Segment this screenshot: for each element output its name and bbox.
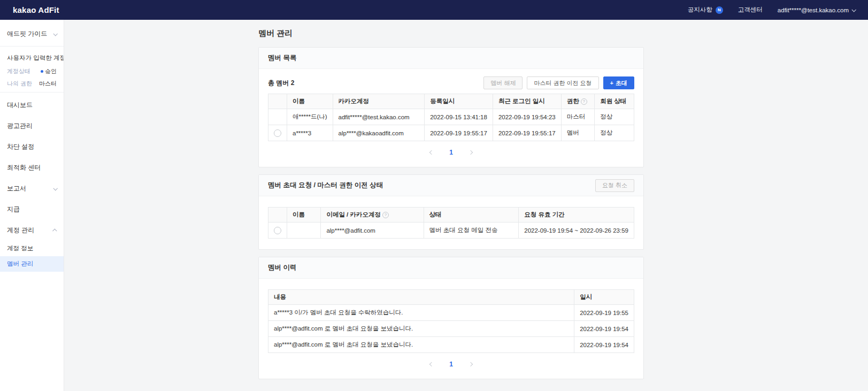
sidebar-item-ad-management[interactable]: 광고관리 (0, 116, 64, 136)
total-member-count: 총 멤버 2 (268, 79, 294, 88)
top-navbar: kakao AdFit 공지사항 N 고객센터 adfit*****@test.… (0, 0, 868, 20)
notice-link[interactable]: 공지사항 N (688, 6, 723, 14)
chevron-up-icon (52, 228, 57, 233)
invite-email: alp****@adfit.com (321, 223, 424, 239)
question-icon[interactable]: ? (581, 98, 587, 105)
datetime-column-header: 일시 (574, 290, 634, 305)
sidebar-item-adfit-guide[interactable]: 애드핏 가이드 (0, 24, 64, 44)
transfer-master-button[interactable]: 마스터 권한 이전 요청 (527, 76, 598, 89)
sidebar-item-payment[interactable]: 지급 (0, 199, 64, 220)
next-page-button[interactable] (467, 361, 474, 368)
invite-label: 초대 (616, 79, 627, 87)
status-column-header: 회원 상태 (595, 94, 634, 109)
account-name: 사용자가 입력한 계정 부가 ... (0, 49, 64, 65)
history-content: alp****@adfit.com 로 멤버 초대 요청을 보냈습니다. (268, 321, 574, 337)
member-role: 멤버 (561, 125, 594, 141)
member-status: 정상 (595, 125, 634, 141)
sidebar: 애드핏 가이드 사용자가 입력한 계정 부가 ... 계정상태 승인 나의 권한… (0, 20, 64, 391)
member-role: 마스터 (561, 109, 594, 125)
sidebar-item-reports[interactable]: 보고서 (0, 178, 64, 199)
sidebar-item-dashboard[interactable]: 대시보드 (0, 95, 64, 116)
member-kakao-account: alp****@kakaoadfit.com (333, 125, 425, 141)
select-column-header (268, 94, 287, 109)
member-history-title: 멤버 이력 (268, 263, 296, 272)
history-datetime: 2022-09-19 19:54 (574, 321, 634, 337)
chevron-down-icon (53, 32, 57, 36)
sidebar-item-account-management[interactable]: 계정 관리 (0, 220, 64, 241)
account-status-value: 승인 (45, 67, 57, 75)
history-row: alp****@adfit.com 로 멤버 초대 요청을 보냈습니다. 202… (268, 337, 634, 353)
member-list-card: 멤버 목록 총 멤버 2 멤버 해제 마스터 권한 이전 요청 + 초대 (258, 47, 644, 167)
sidebar-item-member-management[interactable]: 멤버 관리 (0, 256, 64, 272)
invite-name (287, 223, 321, 239)
invite-state: 멤버 초대 요청 메일 전송 (424, 223, 519, 239)
invite-button[interactable]: + 초대 (603, 76, 634, 89)
notice-label: 공지사항 (688, 6, 712, 14)
member-history-card: 멤버 이력 내용 일시 a*****3 이/가 멤버 초 (258, 257, 644, 379)
main-content: 멤버 관리 멤버 목록 총 멤버 2 멤버 해제 마스터 권한 이전 요청 + … (258, 20, 644, 391)
chevron-right-icon (468, 150, 473, 155)
row-radio-button[interactable] (274, 227, 281, 234)
last-login-column-header: 최근 로그인 일시 (493, 94, 561, 109)
prev-page-button[interactable] (428, 361, 435, 368)
history-content: alp****@adfit.com 로 멤버 초대 요청을 보냈습니다. (268, 337, 574, 353)
chevron-left-icon (429, 362, 434, 366)
help-center-link[interactable]: 고객센터 (738, 6, 763, 14)
member-row: a*****3 alp****@kakaoadfit.com 2022-09-1… (268, 125, 634, 141)
member-list-header-row: 이름 카카오계정 등록일시 최근 로그인 일시 권한? 회원 상태 (268, 94, 634, 109)
new-badge-icon: N (716, 6, 723, 14)
kakao-adfit-logo[interactable]: kakao AdFit (13, 5, 59, 14)
select-cell (268, 125, 287, 141)
history-header-row: 내용 일시 (268, 290, 634, 305)
member-registered-at: 2022-09-19 19:55:17 (425, 125, 493, 141)
invite-valid-period: 2022-09-19 19:54 ~ 2022-09-26 23:59 (519, 223, 634, 239)
cancel-request-button[interactable]: 요청 취소 (595, 179, 634, 192)
page-number[interactable]: 1 (449, 361, 453, 368)
name-column-header: 이름 (287, 94, 333, 109)
member-list-table: 이름 카카오계정 등록일시 최근 로그인 일시 권한? 회원 상태 (268, 94, 634, 141)
invite-status-header-row: 이름 이메일 / 카카오계정? 상태 요청 유효 기간 (268, 208, 634, 223)
history-row: alp****@adfit.com 로 멤버 초대 요청을 보냈습니다. 202… (268, 321, 634, 337)
invite-status-card: 멤버 초대 요청 / 마스터 권한 이전 상태 요청 취소 이름 이메일 (258, 174, 644, 250)
sidebar-item-account-info[interactable]: 계정 정보 (0, 241, 64, 256)
select-cell (268, 223, 287, 239)
member-row-master: 애*****드(나) adfit*****@test.kakao.com 202… (268, 109, 634, 125)
chevron-down-icon (851, 7, 856, 12)
member-history-pagination: 1 (268, 361, 634, 368)
status-dot-icon (41, 70, 43, 73)
content-column-header: 내용 (268, 290, 574, 305)
help-center-label: 고객센터 (738, 6, 763, 14)
account-status-label: 계정상태 (7, 67, 30, 75)
kakao-account-column-header: 카카오계정 (333, 94, 425, 109)
my-role-label: 나의 권한 (7, 80, 32, 88)
prev-page-button[interactable] (428, 149, 435, 156)
my-role-value: 마스터 (39, 80, 57, 88)
divider (0, 46, 64, 47)
row-radio-button[interactable] (274, 129, 281, 137)
sidebar-item-optimization-center[interactable]: 최적화 센터 (0, 157, 64, 178)
account-status-row: 계정상태 승인 (0, 65, 64, 78)
account-menu[interactable]: adfit*****@test.kakao.com (778, 7, 855, 13)
invite-status-title: 멤버 초대 요청 / 마스터 권한 이전 상태 (268, 181, 383, 190)
history-datetime: 2022-09-19 19:55 (574, 305, 634, 321)
member-name: a*****3 (287, 125, 333, 141)
account-management-label: 계정 관리 (7, 226, 34, 235)
question-icon[interactable]: ? (382, 212, 389, 218)
invite-row: alp****@adfit.com 멤버 초대 요청 메일 전송 2022-09… (268, 223, 634, 239)
history-datetime: 2022-09-19 19:54 (574, 337, 634, 353)
valid-period-column-header: 요청 유효 기간 (519, 208, 634, 223)
member-kakao-account: adfit*****@test.kakao.com (333, 109, 425, 125)
member-registered-at: 2022-09-15 13:41:18 (425, 109, 493, 125)
member-status: 정상 (595, 109, 634, 125)
remove-member-button[interactable]: 멤버 해제 (483, 76, 523, 89)
plus-icon: + (610, 80, 613, 86)
page-number[interactable]: 1 (449, 149, 453, 156)
next-page-button[interactable] (467, 149, 474, 156)
registered-column-header: 등록일시 (425, 94, 493, 109)
account-email: adfit*****@test.kakao.com (778, 7, 849, 13)
chevron-left-icon (429, 150, 434, 155)
sidebar-item-block-settings[interactable]: 차단 설정 (0, 136, 64, 157)
name-column-header: 이름 (287, 208, 321, 223)
member-last-login: 2022-09-19 19:55:17 (493, 125, 561, 141)
member-list-title: 멤버 목록 (268, 53, 296, 63)
